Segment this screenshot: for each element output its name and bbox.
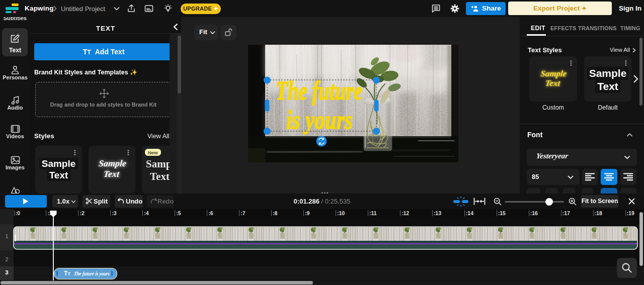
svg-text:The future: The future — [276, 76, 362, 105]
svg-text:is yours: is yours — [286, 105, 353, 134]
